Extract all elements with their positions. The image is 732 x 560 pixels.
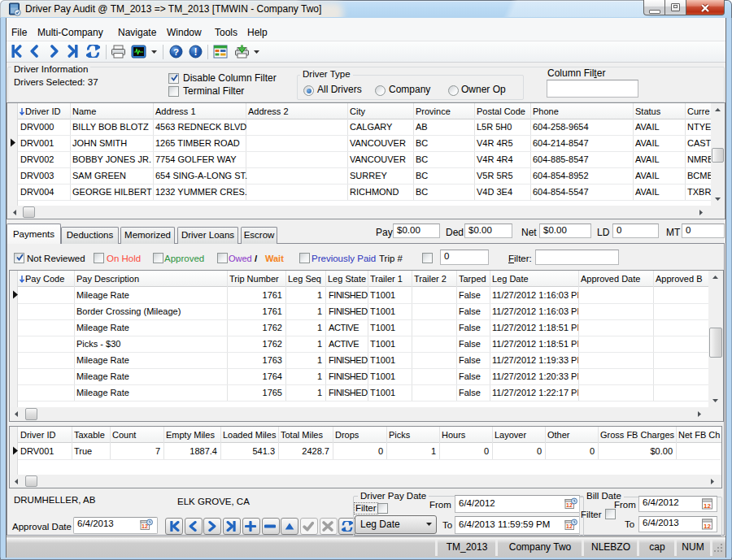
svg-text:12: 12 [704, 502, 711, 510]
svg-text:12: 12 [566, 502, 573, 508]
svg-text:12: 12 [704, 523, 711, 530]
svg-text:12: 12 [566, 523, 573, 529]
svg-text:!: ! [194, 46, 198, 58]
svg-text:12: 12 [142, 523, 148, 529]
svg-text:?: ? [173, 47, 179, 57]
